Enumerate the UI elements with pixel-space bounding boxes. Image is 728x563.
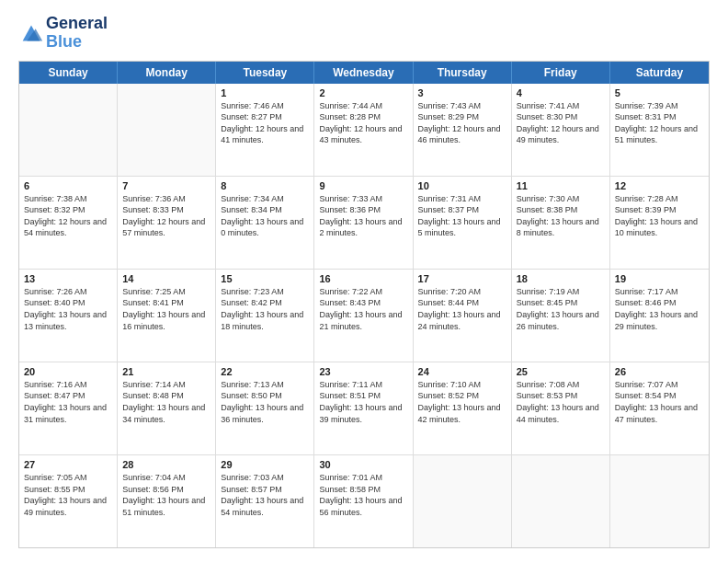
- day-number: 30: [319, 459, 407, 470]
- header-day-sunday: Sunday: [19, 62, 118, 84]
- day-info: Sunrise: 7:36 AM Sunset: 8:33 PM Dayligh…: [122, 193, 210, 239]
- day-number: 27: [24, 459, 112, 470]
- day-info: Sunrise: 7:05 AM Sunset: 8:55 PM Dayligh…: [24, 472, 112, 518]
- header: General Blue: [18, 15, 710, 52]
- header-day-thursday: Thursday: [414, 62, 512, 84]
- empty-cell: [610, 455, 709, 547]
- logo-icon: [18, 20, 44, 46]
- calendar-row-1: 6Sunrise: 7:38 AM Sunset: 8:32 PM Daylig…: [19, 177, 709, 270]
- day-cell-9: 9Sunrise: 7:33 AM Sunset: 8:36 PM Daylig…: [314, 177, 413, 269]
- day-info: Sunrise: 7:22 AM Sunset: 8:43 PM Dayligh…: [319, 286, 407, 332]
- day-cell-14: 14Sunrise: 7:25 AM Sunset: 8:41 PM Dayli…: [118, 270, 216, 362]
- day-info: Sunrise: 7:39 AM Sunset: 8:31 PM Dayligh…: [615, 100, 704, 146]
- header-day-monday: Monday: [118, 62, 216, 84]
- calendar-body: 1Sunrise: 7:46 AM Sunset: 8:27 PM Daylig…: [19, 84, 709, 547]
- day-number: 5: [615, 87, 704, 98]
- day-cell-26: 26Sunrise: 7:07 AM Sunset: 8:54 PM Dayli…: [610, 362, 709, 454]
- day-info: Sunrise: 7:16 AM Sunset: 8:47 PM Dayligh…: [24, 379, 112, 425]
- day-number: 7: [122, 180, 210, 191]
- day-number: 28: [122, 459, 210, 470]
- header-day-tuesday: Tuesday: [216, 62, 314, 84]
- day-cell-21: 21Sunrise: 7:14 AM Sunset: 8:48 PM Dayli…: [118, 362, 216, 454]
- calendar-row-4: 27Sunrise: 7:05 AM Sunset: 8:55 PM Dayli…: [19, 455, 709, 547]
- day-cell-5: 5Sunrise: 7:39 AM Sunset: 8:31 PM Daylig…: [610, 84, 709, 176]
- day-info: Sunrise: 7:08 AM Sunset: 8:53 PM Dayligh…: [517, 379, 605, 425]
- day-info: Sunrise: 7:28 AM Sunset: 8:39 PM Dayligh…: [615, 193, 704, 239]
- day-cell-30: 30Sunrise: 7:01 AM Sunset: 8:58 PM Dayli…: [314, 455, 413, 547]
- day-number: 25: [517, 366, 605, 377]
- day-number: 3: [418, 87, 506, 98]
- calendar-row-0: 1Sunrise: 7:46 AM Sunset: 8:27 PM Daylig…: [19, 84, 709, 177]
- day-cell-15: 15Sunrise: 7:23 AM Sunset: 8:42 PM Dayli…: [216, 270, 314, 362]
- day-cell-6: 6Sunrise: 7:38 AM Sunset: 8:32 PM Daylig…: [19, 177, 118, 269]
- day-number: 23: [319, 366, 407, 377]
- day-number: 6: [24, 180, 112, 191]
- calendar: SundayMondayTuesdayWednesdayThursdayFrid…: [18, 61, 710, 548]
- day-info: Sunrise: 7:11 AM Sunset: 8:51 PM Dayligh…: [319, 379, 407, 425]
- day-info: Sunrise: 7:07 AM Sunset: 8:54 PM Dayligh…: [615, 379, 704, 425]
- day-cell-8: 8Sunrise: 7:34 AM Sunset: 8:34 PM Daylig…: [216, 177, 314, 269]
- header-day-saturday: Saturday: [610, 62, 709, 84]
- header-day-wednesday: Wednesday: [314, 62, 413, 84]
- day-info: Sunrise: 7:25 AM Sunset: 8:41 PM Dayligh…: [122, 286, 210, 332]
- day-info: Sunrise: 7:23 AM Sunset: 8:42 PM Dayligh…: [221, 286, 309, 332]
- day-cell-17: 17Sunrise: 7:20 AM Sunset: 8:44 PM Dayli…: [414, 270, 512, 362]
- day-info: Sunrise: 7:26 AM Sunset: 8:40 PM Dayligh…: [24, 286, 112, 332]
- day-info: Sunrise: 7:41 AM Sunset: 8:30 PM Dayligh…: [517, 100, 605, 146]
- empty-cell: [414, 455, 512, 547]
- day-cell-24: 24Sunrise: 7:10 AM Sunset: 8:52 PM Dayli…: [414, 362, 512, 454]
- day-cell-13: 13Sunrise: 7:26 AM Sunset: 8:40 PM Dayli…: [19, 270, 118, 362]
- logo-inner: General Blue: [18, 15, 108, 52]
- day-info: Sunrise: 7:20 AM Sunset: 8:44 PM Dayligh…: [418, 286, 506, 332]
- day-info: Sunrise: 7:13 AM Sunset: 8:50 PM Dayligh…: [221, 379, 309, 425]
- day-info: Sunrise: 7:03 AM Sunset: 8:57 PM Dayligh…: [221, 472, 309, 518]
- day-info: Sunrise: 7:34 AM Sunset: 8:34 PM Dayligh…: [221, 193, 309, 239]
- day-number: 13: [24, 273, 112, 284]
- day-cell-18: 18Sunrise: 7:19 AM Sunset: 8:45 PM Dayli…: [512, 270, 610, 362]
- day-cell-22: 22Sunrise: 7:13 AM Sunset: 8:50 PM Dayli…: [216, 362, 314, 454]
- day-number: 15: [221, 273, 309, 284]
- page: General Blue SundayMondayTuesdayWednesda…: [0, 0, 728, 563]
- logo: General Blue: [18, 15, 108, 52]
- header-day-friday: Friday: [512, 62, 610, 84]
- day-info: Sunrise: 7:10 AM Sunset: 8:52 PM Dayligh…: [418, 379, 506, 425]
- day-info: Sunrise: 7:14 AM Sunset: 8:48 PM Dayligh…: [122, 379, 210, 425]
- day-info: Sunrise: 7:30 AM Sunset: 8:38 PM Dayligh…: [517, 193, 605, 239]
- day-info: Sunrise: 7:44 AM Sunset: 8:28 PM Dayligh…: [319, 100, 407, 146]
- day-number: 11: [517, 180, 605, 191]
- day-info: Sunrise: 7:38 AM Sunset: 8:32 PM Dayligh…: [24, 193, 112, 239]
- empty-cell: [118, 84, 216, 176]
- day-cell-20: 20Sunrise: 7:16 AM Sunset: 8:47 PM Dayli…: [19, 362, 118, 454]
- day-number: 26: [615, 366, 704, 377]
- day-number: 19: [615, 273, 704, 284]
- day-cell-4: 4Sunrise: 7:41 AM Sunset: 8:30 PM Daylig…: [512, 84, 610, 176]
- day-number: 29: [221, 459, 309, 470]
- day-cell-29: 29Sunrise: 7:03 AM Sunset: 8:57 PM Dayli…: [216, 455, 314, 547]
- logo-text: General Blue: [46, 15, 108, 52]
- calendar-row-2: 13Sunrise: 7:26 AM Sunset: 8:40 PM Dayli…: [19, 270, 709, 362]
- day-number: 16: [319, 273, 407, 284]
- day-info: Sunrise: 7:31 AM Sunset: 8:37 PM Dayligh…: [418, 193, 506, 239]
- day-cell-12: 12Sunrise: 7:28 AM Sunset: 8:39 PM Dayli…: [610, 177, 709, 269]
- calendar-row-3: 20Sunrise: 7:16 AM Sunset: 8:47 PM Dayli…: [19, 362, 709, 455]
- day-number: 17: [418, 273, 506, 284]
- day-number: 1: [221, 87, 309, 98]
- day-number: 12: [615, 180, 704, 191]
- day-cell-10: 10Sunrise: 7:31 AM Sunset: 8:37 PM Dayli…: [414, 177, 512, 269]
- day-number: 10: [418, 180, 506, 191]
- day-number: 14: [122, 273, 210, 284]
- day-info: Sunrise: 7:19 AM Sunset: 8:45 PM Dayligh…: [517, 286, 605, 332]
- day-cell-1: 1Sunrise: 7:46 AM Sunset: 8:27 PM Daylig…: [216, 84, 314, 176]
- day-info: Sunrise: 7:46 AM Sunset: 8:27 PM Dayligh…: [221, 100, 309, 146]
- day-info: Sunrise: 7:04 AM Sunset: 8:56 PM Dayligh…: [122, 472, 210, 518]
- day-number: 21: [122, 366, 210, 377]
- day-cell-2: 2Sunrise: 7:44 AM Sunset: 8:28 PM Daylig…: [314, 84, 413, 176]
- day-info: Sunrise: 7:43 AM Sunset: 8:29 PM Dayligh…: [418, 100, 506, 146]
- empty-cell: [19, 84, 118, 176]
- day-number: 8: [221, 180, 309, 191]
- day-cell-25: 25Sunrise: 7:08 AM Sunset: 8:53 PM Dayli…: [512, 362, 610, 454]
- day-cell-23: 23Sunrise: 7:11 AM Sunset: 8:51 PM Dayli…: [314, 362, 413, 454]
- day-number: 9: [319, 180, 407, 191]
- day-info: Sunrise: 7:33 AM Sunset: 8:36 PM Dayligh…: [319, 193, 407, 239]
- day-number: 22: [221, 366, 309, 377]
